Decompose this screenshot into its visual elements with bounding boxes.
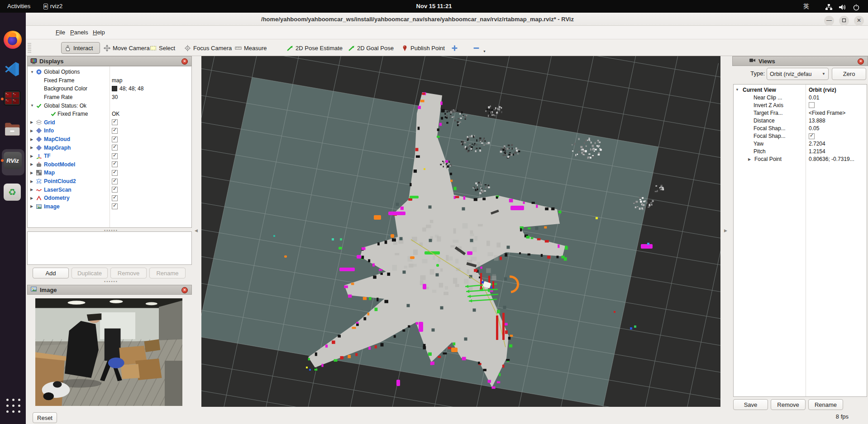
tree-row-yaw[interactable]: Yaw2.7204 [734, 140, 867, 148]
property-value[interactable]: 2.7204 [809, 141, 825, 147]
collapse-right-panel-handle[interactable]: ▶ [723, 224, 729, 237]
tool-2d-goal-pose[interactable]: 2D Goal Pose [345, 42, 396, 54]
tool-measure[interactable]: Measure [232, 42, 270, 54]
property-value[interactable]: 1.2154 [809, 148, 825, 155]
add-button[interactable]: Add [33, 268, 69, 278]
show-applications-button[interactable] [5, 398, 21, 413]
window-titlebar[interactable]: /home/yahboom/yahboomcar_ws/install/yahb… [26, 13, 868, 26]
dock-item-vscode[interactable] [4, 61, 23, 81]
property-value[interactable] [112, 187, 118, 193]
checkbox[interactable] [809, 133, 815, 139]
chevron-right-icon[interactable]: ▶ [748, 157, 751, 161]
property-value[interactable] [112, 119, 118, 125]
tree-row-pitch[interactable]: Pitch1.2154 [734, 148, 867, 155]
dock-item-rviz[interactable]: RViz [4, 152, 23, 173]
tree-row-invert-z-axis[interactable]: Invert Z Axis [734, 101, 867, 109]
chevron-down-icon[interactable]: ▼ [30, 70, 34, 74]
tree-row-focal-point[interactable]: ▶Focal Point0.80636; -0.7319... [734, 155, 867, 163]
chevron-right-icon[interactable]: ▶ [30, 137, 33, 141]
checkbox[interactable] [112, 128, 118, 134]
views-tree[interactable]: ▼Current ViewOrbit (rviz)Near Clip ...0.… [733, 84, 867, 397]
network-icon[interactable] [825, 3, 833, 10]
property-value[interactable]: 0.01 [809, 94, 819, 101]
tool-minus-icon[interactable]: ▼ [470, 42, 489, 54]
chevron-right-icon[interactable]: ▶ [30, 162, 33, 166]
view-type-dropdown[interactable]: Orbit (rviz_defau▼ [767, 68, 829, 80]
property-value[interactable]: map [112, 77, 122, 84]
dock-item-terminator[interactable]: >_>_>_>_ [4, 90, 23, 111]
checkbox[interactable] [112, 145, 118, 151]
checkbox[interactable] [112, 153, 118, 159]
toolbar-drag-handle[interactable] [28, 43, 31, 53]
restore-button[interactable] [839, 16, 849, 26]
property-value[interactable] [112, 195, 118, 201]
remove-button[interactable]: Remove [771, 399, 806, 410]
tree-row-target-fra-[interactable]: Target Fra...<Fixed Frame> [734, 109, 867, 117]
minimize-button[interactable]: — [824, 16, 834, 26]
chevron-down-icon[interactable]: ▼ [30, 104, 34, 108]
property-value[interactable] [112, 137, 118, 142]
zero-button[interactable]: Zero [832, 68, 866, 80]
property-value[interactable] [112, 203, 118, 209]
dock-item-firefox[interactable] [4, 31, 23, 52]
tool-2d-pose-estimate[interactable]: 2D Pose Estimate [284, 42, 345, 54]
chevron-right-icon[interactable]: ▶ [30, 129, 33, 133]
input-method-indicator[interactable]: 英 [803, 0, 809, 13]
displays-tree[interactable]: ▼Global OptionsFixed FramemapBackground … [27, 66, 192, 228]
menu-help[interactable]: Help [91, 26, 107, 39]
dock-item-trash[interactable]: ♻ [4, 184, 23, 204]
property-value[interactable]: 30 [112, 94, 118, 100]
tree-row-fixed-frame[interactable]: Fixed Framemap [28, 76, 191, 85]
tool-select[interactable]: Select [147, 42, 178, 54]
tree-row-mapgraph[interactable]: ▶MapGraph [28, 143, 191, 152]
chevron-right-icon[interactable]: ▶ [30, 179, 33, 184]
close-icon[interactable]: ✕ [181, 287, 188, 293]
save-button[interactable]: Save [733, 399, 768, 410]
dock-item-files[interactable] [4, 121, 23, 142]
property-value[interactable] [112, 170, 118, 176]
checkbox[interactable] [112, 137, 118, 142]
power-icon[interactable] [853, 3, 860, 10]
tree-row-global-options[interactable]: ▼Global Options [28, 68, 191, 76]
chevron-right-icon[interactable]: ▶ [30, 154, 33, 158]
property-value[interactable]: 0.05 [809, 125, 819, 132]
property-value[interactable] [112, 128, 118, 134]
menu-panels[interactable]: Panels [68, 26, 90, 39]
chevron-down-icon[interactable]: ▼ [735, 88, 739, 92]
checkbox[interactable] [112, 187, 118, 193]
chevron-right-icon[interactable]: ▶ [30, 146, 33, 150]
clock[interactable]: Nov 15 11:21 [0, 0, 868, 13]
tool-move-camera[interactable]: Move Camera [101, 42, 153, 54]
tree-row-robotmodel[interactable]: ▶RobotModel [28, 160, 191, 169]
3d-viewport[interactable] [201, 56, 720, 407]
tree-row-mapcloud[interactable]: ▶MapCloud [28, 135, 191, 144]
tree-row-fixed-frame[interactable]: Fixed FrameOK [28, 110, 191, 118]
tool-plus-icon[interactable] [448, 42, 461, 54]
checkbox[interactable] [112, 179, 118, 184]
tree-row-laserscan[interactable]: ▶LaserScan [28, 185, 191, 194]
property-value[interactable]: <Fixed Frame> [809, 110, 845, 116]
volume-icon[interactable] [838, 3, 846, 10]
splitter-handle[interactable]: •••••• [104, 279, 118, 284]
tree-row-info[interactable]: ▶Info [28, 127, 191, 135]
checkbox[interactable] [112, 170, 118, 176]
tree-row-background-color[interactable]: Background Color48; 48; 48 [28, 85, 191, 93]
property-value[interactable] [112, 179, 118, 184]
property-value[interactable] [112, 153, 118, 159]
property-value[interactable] [112, 145, 118, 151]
menu-file[interactable]: File [54, 26, 67, 39]
tree-row-grid[interactable]: ▶Grid [28, 118, 191, 127]
chevron-right-icon[interactable]: ▶ [30, 196, 33, 200]
tool-focus-camera[interactable]: Focus Camera [181, 42, 234, 54]
tree-row-current-view[interactable]: ▼Current ViewOrbit (rviz) [734, 86, 867, 94]
property-value[interactable]: 48; 48; 48 [112, 85, 143, 92]
tool-interact[interactable]: Interact [61, 42, 100, 54]
rename-button[interactable]: Rename [808, 399, 843, 410]
property-value[interactable] [809, 133, 815, 139]
close-window-button[interactable]: ✕ [854, 16, 864, 26]
tree-row-distance[interactable]: Distance13.888 [734, 117, 867, 124]
tree-row-pointcloud2[interactable]: ▶PointCloud2 [28, 177, 191, 186]
tree-row-tf[interactable]: ▶TF [28, 152, 191, 160]
chevron-right-icon[interactable]: ▶ [30, 204, 33, 208]
property-value[interactable]: OK [112, 111, 119, 117]
